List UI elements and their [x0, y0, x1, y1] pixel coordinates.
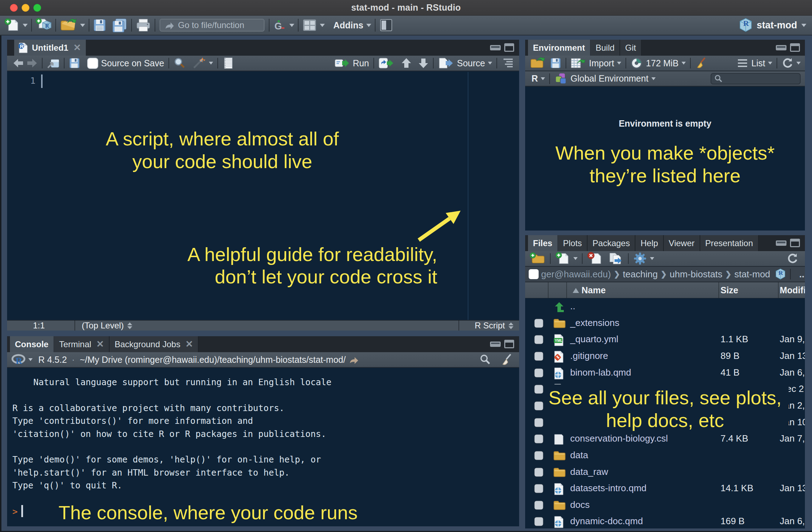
environment-maximize-button[interactable]	[790, 43, 800, 52]
file-row-data[interactable]: data	[525, 447, 805, 464]
file-row-..[interactable]: ..	[525, 298, 805, 315]
delete-file-icon[interactable]	[587, 252, 602, 265]
environment-tab-git[interactable]: Git	[620, 40, 642, 56]
import-caret[interactable]	[617, 62, 621, 65]
list-caret[interactable]	[768, 62, 772, 65]
code-tools-wand-icon[interactable]	[192, 57, 206, 69]
file-name[interactable]: _extensions	[570, 317, 619, 328]
workspace-panes-caret[interactable]	[320, 24, 325, 27]
save-icon[interactable]	[69, 57, 80, 69]
code-tools-caret[interactable]	[209, 62, 213, 65]
file-checkbox[interactable]	[534, 484, 544, 493]
new-project-button[interactable]: R	[35, 18, 52, 33]
memory-caret[interactable]	[682, 62, 686, 65]
save-button[interactable]	[93, 18, 106, 32]
language-selector[interactable]: R	[532, 73, 538, 84]
file-checkbox[interactable]	[534, 351, 544, 361]
source-on-save-checkbox[interactable]	[88, 59, 98, 68]
save-all-button[interactable]	[111, 18, 128, 32]
rerun-icon[interactable]	[378, 57, 394, 69]
console-tab-console[interactable]: Console	[10, 336, 54, 352]
clear-objects-broom-icon[interactable]	[695, 57, 708, 69]
file-row-datasets-intro.qmd[interactable]: datasets-intro.qmd14.1 KBJan 13	[525, 480, 805, 497]
next-section-icon[interactable]	[418, 57, 429, 69]
file-checkbox[interactable]	[534, 451, 544, 460]
source-caret[interactable]	[488, 62, 492, 65]
list-view-button[interactable]: List	[737, 58, 772, 68]
workspace-panes-button[interactable]	[302, 18, 325, 32]
source-button[interactable]: Source	[438, 57, 492, 69]
run-button[interactable]: Run	[334, 57, 369, 69]
version-control-caret[interactable]	[289, 24, 294, 27]
addins-caret[interactable]	[366, 24, 371, 27]
breadcrumb-select-all-checkbox[interactable]	[529, 269, 539, 279]
editor-tab-close-icon[interactable]: ✕	[73, 42, 81, 53]
environment-selector[interactable]: Global Environment	[567, 73, 656, 84]
editor-maximize-button[interactable]	[504, 43, 514, 52]
files-tab-presentation[interactable]: Presentation	[700, 235, 759, 251]
file-row-binom-lab.qmd[interactable]: binom-lab.qmd41 BJan 6,	[525, 365, 805, 381]
find-replace-icon[interactable]	[173, 57, 185, 69]
new-file-dropdown-caret[interactable]	[23, 24, 28, 27]
file-checkbox[interactable]	[534, 368, 544, 378]
files-tab-help[interactable]: Help	[635, 235, 663, 251]
compile-report-icon[interactable]	[222, 57, 234, 69]
file-name[interactable]: datasets-intro.qmd	[570, 483, 646, 494]
column-size[interactable]: Size	[721, 285, 738, 295]
editor-content[interactable]: 1 A script, where almost all of your cod…	[7, 72, 519, 320]
addins-button[interactable]: Addins	[330, 20, 371, 31]
files-more-button[interactable]	[633, 252, 654, 265]
files-minimize-button[interactable]	[776, 240, 786, 246]
file-row-_quarto.yml[interactable]: YML_quarto.yml1.1 KBJan 9,	[525, 331, 805, 348]
file-checkbox[interactable]	[534, 517, 544, 526]
memory-usage-button[interactable]: 172 MiB	[630, 57, 686, 69]
file-row-dynamic-doc.qmd[interactable]: dynamic-doc.qmd169 BJan 6,	[525, 513, 805, 528]
files-tab-packages[interactable]: Packages	[588, 235, 635, 251]
file-row-.gitignore[interactable]: .gitignore89 BJan 13	[525, 348, 805, 365]
file-name[interactable]: .gitignore	[570, 350, 608, 361]
files-more-caret[interactable]	[650, 257, 654, 260]
panel-layout-button[interactable]	[379, 18, 393, 32]
file-row-_extensions[interactable]: _extensions	[525, 315, 805, 332]
environment-selector-caret[interactable]	[651, 77, 656, 80]
column-name[interactable]: Name	[582, 285, 606, 295]
open-in-new-window-icon[interactable]	[47, 57, 60, 69]
import-dataset-button[interactable]: Import	[571, 57, 621, 69]
file-checkbox[interactable]	[534, 335, 544, 344]
back-icon[interactable]	[13, 58, 24, 68]
breadcrumb-stat-mod[interactable]: stat-mod	[734, 269, 770, 280]
tab-close-icon[interactable]: ✕	[96, 339, 104, 350]
console-output[interactable]: Natural language support but running in …	[12, 376, 332, 518]
new-file-button[interactable]	[4, 18, 28, 32]
file-checkbox[interactable]	[534, 434, 544, 444]
open-file-dropdown-caret[interactable]	[80, 24, 85, 27]
new-file-blank-button[interactable]	[555, 252, 578, 265]
file-name[interactable]: conservation-biology.csl	[570, 433, 668, 444]
breadcrumb-ellipsis[interactable]: ...	[799, 269, 805, 280]
refresh-environment-icon[interactable]	[782, 57, 794, 69]
file-name[interactable]: data	[570, 450, 588, 461]
console-minimize-button[interactable]	[490, 342, 501, 347]
forward-icon[interactable]	[26, 58, 38, 68]
files-maximize-button[interactable]	[790, 239, 800, 247]
rename-file-icon[interactable]	[607, 252, 624, 265]
new-blank-file-caret[interactable]	[573, 257, 578, 260]
language-caret[interactable]	[541, 77, 545, 80]
refresh-environment-caret[interactable]	[796, 62, 801, 65]
file-name[interactable]: ..	[570, 301, 575, 312]
console-maximize-button[interactable]	[504, 340, 514, 348]
console-search-icon[interactable]	[479, 354, 491, 365]
scope-indicator[interactable]: (Top Level)	[82, 321, 124, 331]
file-name[interactable]: docs	[570, 499, 590, 510]
file-name[interactable]: _quarto.yml	[570, 334, 618, 345]
save-workspace-icon[interactable]	[550, 57, 561, 69]
file-name[interactable]: binom-lab.qmd	[570, 367, 631, 378]
breadcrumb-teaching[interactable]: teaching	[623, 269, 658, 280]
goto-working-dir-icon[interactable]	[349, 355, 360, 365]
editor-minimize-button[interactable]	[490, 45, 501, 50]
project-caret[interactable]	[801, 24, 806, 27]
file-name[interactable]: dynamic-doc.qmd	[570, 516, 643, 527]
files-tab-files[interactable]: Files	[528, 235, 558, 251]
open-file-button[interactable]	[60, 18, 85, 32]
file-checkbox[interactable]	[534, 318, 544, 328]
